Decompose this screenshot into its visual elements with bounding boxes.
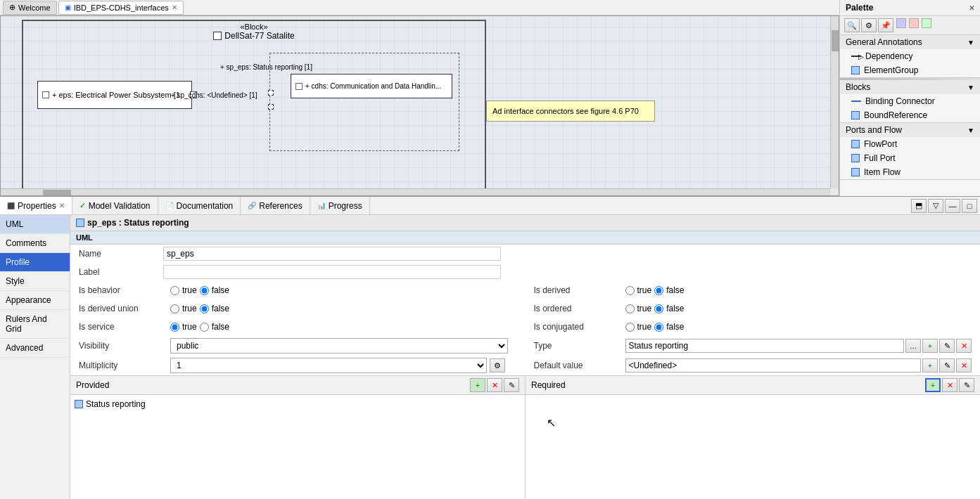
palette-item-itemflow[interactable]: Item Flow [840,165,980,179]
prop-action-2[interactable]: ▽ [928,199,943,213]
tab-properties[interactable]: ⬛ Properties ✕ [0,197,72,214]
provided-required-area: Provided + ✕ ✎ Status reporting [70,375,980,499]
is-derived-true[interactable] [625,286,635,295]
palette-item-binding-connector[interactable]: Binding Connector [840,94,980,108]
label-row: Label [70,263,980,281]
sp-cdhs-label: + sp_cdhs: <Undefined> [1] [171,91,257,99]
is-service-false[interactable] [200,323,209,332]
required-section: Required + ✕ ✎ ↖ [526,376,980,499]
derived-union-ordered-row: Is derived union true false Is ordered t [70,299,980,318]
diagram-hscroll[interactable] [1,188,830,195]
properties-tab-close[interactable]: ✕ [59,202,65,209]
palette-section-ports-header[interactable]: Ports and Flow ▼ [840,123,980,137]
visibility-select[interactable]: public private protected package [170,338,508,354]
provided-delete-btn[interactable]: ✕ [487,378,502,392]
diagram-vscroll[interactable] [830,16,839,188]
tab-model-validation[interactable]: ✓ Model Validation [72,197,158,214]
is-ordered-label: Is ordered [534,304,625,313]
cursor-indicator: ↖ [547,416,556,429]
type-edit-btn[interactable]: ✎ [939,339,955,353]
is-behavior-true[interactable] [170,286,179,295]
tab-welcome[interactable]: ⊕ Welcome [3,1,57,15]
type-add-btn[interactable]: + [922,339,938,353]
is-behavior-false[interactable] [200,286,209,295]
is-ordered-true[interactable] [625,304,635,313]
boundref-icon [851,111,860,119]
palette-item-elementgroup[interactable]: ElementGroup [840,63,980,77]
visibility-type-row: Visibility public private protected pack… [70,336,980,356]
required-header: Required + ✕ ✎ [526,376,980,395]
palette-item-flowport[interactable]: FlowPort [840,137,980,151]
prop-action-1[interactable]: ⬒ [911,199,927,213]
is-ordered-false[interactable] [654,304,663,313]
eps-block[interactable]: + eps: Electrical Power Subsystem [1 [37,81,192,109]
tab-ibd-close[interactable]: ✕ [172,4,177,11]
required-edit-btn[interactable]: ✎ [959,378,974,392]
cdhs-block[interactable]: + cdhs: Communication and Data Handlin..… [291,74,452,98]
sidebar-item-appearance[interactable]: Appearance [0,291,70,310]
default-value-delete-btn[interactable]: ✕ [956,358,972,372]
is-service-true[interactable] [170,323,179,332]
sidebar-item-style[interactable]: Style [0,272,70,291]
default-value-add-btn[interactable]: + [922,358,938,372]
is-derived-false[interactable] [654,286,663,295]
tab-documentation[interactable]: 📄 Documentation [158,197,241,214]
is-derived-union-false[interactable] [200,304,209,313]
provided-header: Provided + ✕ ✎ [70,376,525,395]
is-conjugated-true[interactable] [625,323,635,332]
sidebar-item-uml[interactable]: UML [0,215,70,234]
required-delete-btn[interactable]: ✕ [942,378,957,392]
tab-references[interactable]: 🔗 References [241,197,310,214]
is-derived-union-true[interactable] [170,304,179,313]
name-label: Name [79,249,163,259]
main-layout: ⊕ Welcome ▣ IBD_EPS-CDHS_interfaces ✕ «B… [0,0,980,499]
name-input[interactable] [163,247,501,261]
provided-add-btn[interactable]: + [470,378,485,392]
tab-progress[interactable]: 📊 Progress [310,197,370,214]
label-input[interactable] [163,265,501,279]
provided-item-icon [75,400,83,408]
type-delete-btn[interactable]: ✕ [956,339,972,353]
default-value-label: Default value [534,361,625,370]
palette-item-fullport[interactable]: Full Port [840,151,980,165]
tab-ibd-label: IBD_EPS-CDHS_interfaces [74,4,169,12]
block-stereotype: «Block» [25,22,483,31]
prop-minimize[interactable]: — [945,199,960,213]
sidebar-item-rulers-grid[interactable]: Rulers And Grid [0,310,70,339]
sidebar-item-advanced[interactable]: Advanced [0,339,70,358]
properties-form: sp_eps : Status reporting UML Name Label [70,215,980,499]
label-label: Label [79,267,163,277]
is-conjugated-false[interactable] [654,323,663,332]
properties-tabs-row: ⬛ Properties ✕ ✓ Model Validation 📄 Docu… [0,197,980,215]
type-value-display: Status reporting [625,339,905,353]
palette-item-dependency[interactable]: ▷ Dependency [840,49,980,63]
is-derived-union-radios: true false [170,304,229,313]
tab-ibd[interactable]: ▣ IBD_EPS-CDHS_interfaces ✕ [58,1,184,15]
diagram-canvas: «Block» DellSat-77 Satalite + eps: Elect… [0,15,839,196]
provided-edit-btn[interactable]: ✎ [504,378,519,392]
multiplicity-settings-btn[interactable]: ⚙ [490,358,505,372]
default-value-display: <Undefined> [625,358,922,372]
is-behavior-radios: true false [170,285,229,295]
required-add-btn[interactable]: + [925,378,941,392]
prop-maximize[interactable]: □ [962,199,977,213]
sidebar-item-comments[interactable]: Comments [0,234,70,253]
is-derived-union-label: Is derived union [79,304,170,313]
palette-pin-btn[interactable]: 📌 [878,18,893,32]
multiplicity-label: Multiplicity [79,361,170,370]
palette-section-general-header[interactable]: General Annotations ▼ [840,35,980,49]
sidebar-item-profile[interactable]: Profile [0,253,70,272]
provided-item[interactable]: Status reporting [73,398,522,410]
multiplicity-select[interactable]: 1 [170,358,487,373]
palette-item-bound-reference[interactable]: BoundReference [840,108,980,122]
palette-settings-btn[interactable]: ⚙ [861,18,877,32]
palette-section-blocks-header[interactable]: Blocks ▼ [840,80,980,94]
properties-sidebar: UML Comments Profile Style Appearance Ru… [0,215,70,499]
palette-search-btn[interactable]: 🔍 [844,18,860,32]
diagram-tabs: ⊕ Welcome ▣ IBD_EPS-CDHS_interfaces ✕ [0,0,839,15]
type-browse-btn[interactable]: … [905,339,921,353]
palette-toolbar: 🔍 ⚙ 📌 [840,16,980,35]
required-label: Required [531,380,566,390]
default-value-edit-btn[interactable]: ✎ [939,358,955,372]
properties-title: sp_eps : Status reporting [87,218,189,228]
